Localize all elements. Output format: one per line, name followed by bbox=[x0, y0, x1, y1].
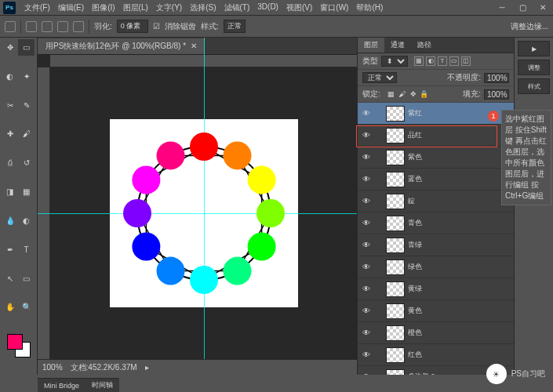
layer-name[interactable]: 靛 bbox=[408, 196, 511, 206]
tool-preset-icon[interactable] bbox=[5, 21, 16, 32]
lock-all-icon[interactable]: 🔒 bbox=[420, 89, 429, 99]
layer-thumbnail[interactable] bbox=[386, 347, 405, 363]
document-tab[interactable]: 用PS快速绘制12色环 @ 100%(RGB/8) * ✕ bbox=[38, 38, 205, 54]
layer-row[interactable]: 👁紫色 bbox=[358, 147, 514, 169]
opacity-value[interactable]: 100% bbox=[484, 73, 509, 83]
pen-tool[interactable]: ✒ bbox=[2, 241, 18, 258]
styles-panel-button[interactable]: 样式 bbox=[518, 78, 550, 94]
adjustments-panel-button[interactable]: 调整 bbox=[518, 60, 550, 75]
wand-tool[interactable]: ✦ bbox=[18, 68, 35, 85]
menu-item[interactable]: 文字(Y) bbox=[152, 2, 186, 13]
feather-input[interactable]: 0 像素 bbox=[117, 20, 148, 33]
visibility-toggle-icon[interactable]: 👁 bbox=[361, 306, 372, 317]
layer-thumbnail[interactable] bbox=[386, 325, 405, 341]
visibility-toggle-icon[interactable]: 👁 bbox=[361, 174, 372, 185]
tab-paths[interactable]: 路径 bbox=[411, 38, 438, 53]
layer-thumbnail[interactable] bbox=[386, 128, 405, 143]
tab-channels[interactable]: 通道 bbox=[384, 38, 411, 53]
visibility-toggle-icon[interactable]: 👁 bbox=[361, 130, 372, 141]
filter-shape-icon[interactable]: ▭ bbox=[449, 56, 459, 66]
menu-item[interactable]: 编辑(E) bbox=[54, 2, 88, 13]
stamp-tool[interactable]: ⎙ bbox=[2, 154, 18, 171]
style-select[interactable]: 正常 bbox=[224, 20, 246, 33]
eyedropper-tool[interactable]: ✎ bbox=[18, 97, 35, 114]
visibility-toggle-icon[interactable]: 👁 bbox=[361, 152, 372, 163]
tab-layers[interactable]: 图层 bbox=[358, 38, 384, 53]
selection-new-icon[interactable] bbox=[26, 21, 37, 32]
layer-name[interactable]: 黄色 bbox=[408, 306, 511, 316]
visibility-toggle-icon[interactable]: 👁 bbox=[361, 284, 372, 295]
lock-transparent-icon[interactable]: ▦ bbox=[387, 89, 396, 99]
layer-row[interactable]: 👁绿色 bbox=[358, 256, 514, 278]
blur-tool[interactable]: 💧 bbox=[2, 212, 18, 229]
shape-tool[interactable]: ▭ bbox=[18, 270, 35, 287]
close-button[interactable]: ✕ bbox=[536, 2, 550, 13]
layer-name[interactable]: 品红 bbox=[408, 130, 511, 140]
menu-item[interactable]: 选择(S) bbox=[186, 2, 220, 13]
layer-row[interactable]: 👁青色 bbox=[358, 212, 514, 234]
layer-thumbnail[interactable] bbox=[386, 106, 405, 122]
selection-intersect-icon[interactable] bbox=[73, 21, 84, 32]
visibility-toggle-icon[interactable]: 👁 bbox=[361, 372, 372, 376]
visibility-toggle-icon[interactable]: 👁 bbox=[361, 328, 372, 339]
layer-thumbnail[interactable] bbox=[386, 281, 405, 297]
zoom-level[interactable]: 100% bbox=[42, 363, 63, 372]
tab-timeline[interactable]: 时间轴 bbox=[85, 380, 119, 390]
move-tool[interactable]: ✥ bbox=[2, 39, 18, 56]
canvas[interactable] bbox=[110, 119, 298, 307]
filter-pixel-icon[interactable]: ▦ bbox=[414, 56, 424, 66]
filter-smart-icon[interactable]: ◫ bbox=[461, 56, 471, 66]
visibility-toggle-icon[interactable]: 👁 bbox=[361, 262, 372, 273]
layer-row[interactable]: 👁蓝色 bbox=[358, 169, 514, 191]
layer-thumbnail[interactable] bbox=[386, 369, 405, 376]
layer-row[interactable]: 👁黄绿 bbox=[358, 278, 514, 300]
play-action-icon[interactable]: ▶ bbox=[518, 41, 550, 56]
layer-name[interactable]: 黄绿 bbox=[408, 284, 511, 294]
foreground-color[interactable] bbox=[7, 334, 23, 350]
visibility-toggle-icon[interactable]: 👁 bbox=[361, 240, 372, 251]
layer-thumbnail[interactable] bbox=[386, 150, 405, 165]
lock-position-icon[interactable]: ✥ bbox=[409, 89, 418, 99]
selection-subtract-icon[interactable] bbox=[57, 21, 68, 32]
menu-item[interactable]: 图层(L) bbox=[119, 2, 152, 13]
heal-tool[interactable]: ✚ bbox=[2, 125, 18, 142]
crop-tool[interactable]: ✂ bbox=[2, 97, 18, 114]
menu-item[interactable]: 文件(F) bbox=[20, 2, 54, 13]
maximize-button[interactable]: ▢ bbox=[515, 2, 529, 13]
brush-tool[interactable]: 🖌 bbox=[18, 125, 35, 142]
canvas-viewport[interactable] bbox=[50, 67, 357, 359]
visibility-toggle-icon[interactable]: 👁 bbox=[361, 218, 372, 229]
layer-row[interactable]: 👁靛 bbox=[358, 191, 514, 212]
minimize-button[interactable]: ─ bbox=[495, 2, 509, 13]
layer-name[interactable]: 紫色 bbox=[408, 152, 511, 162]
lock-pixels-icon[interactable]: 🖌 bbox=[398, 89, 407, 99]
layer-name[interactable]: 橙色 bbox=[408, 328, 511, 338]
menu-item[interactable]: 3D(D) bbox=[253, 2, 282, 13]
layer-row[interactable]: 👁橙色 bbox=[358, 322, 514, 344]
dodge-tool[interactable]: ◐ bbox=[18, 212, 35, 229]
fill-value[interactable]: 100% bbox=[484, 89, 509, 100]
layer-row[interactable]: 👁红色 bbox=[358, 344, 514, 366]
marquee-tool[interactable]: ▭ bbox=[18, 39, 35, 56]
filter-kind-select[interactable]: ⬍ bbox=[381, 56, 408, 67]
visibility-toggle-icon[interactable]: 👁 bbox=[361, 196, 372, 207]
layer-row[interactable]: 👁黄色 bbox=[358, 300, 514, 322]
layer-thumbnail[interactable] bbox=[386, 238, 405, 253]
tab-mini-bridge[interactable]: Mini Bridge bbox=[38, 382, 85, 390]
gradient-tool[interactable]: ▦ bbox=[18, 183, 35, 200]
layer-thumbnail[interactable] bbox=[386, 194, 405, 209]
type-tool[interactable]: T bbox=[18, 241, 35, 258]
layer-thumbnail[interactable] bbox=[386, 303, 405, 319]
layer-name[interactable]: 红色 bbox=[408, 350, 511, 360]
hand-tool[interactable]: ✋ bbox=[2, 299, 18, 315]
eraser-tool[interactable]: ◨ bbox=[2, 183, 18, 200]
status-arrow-icon[interactable]: ▸ bbox=[145, 363, 149, 372]
layer-name[interactable]: 蓝色 bbox=[408, 174, 511, 184]
filter-type-icon[interactable]: T bbox=[438, 56, 447, 66]
layer-thumbnail[interactable] bbox=[386, 216, 405, 231]
selection-add-icon[interactable] bbox=[42, 21, 53, 32]
filter-adjust-icon[interactable]: ◐ bbox=[426, 56, 435, 66]
antialias-checkbox[interactable]: ☑ bbox=[153, 22, 160, 31]
layer-row[interactable]: 👁品红 bbox=[358, 125, 514, 147]
zoom-tool[interactable]: 🔍 bbox=[18, 299, 35, 315]
